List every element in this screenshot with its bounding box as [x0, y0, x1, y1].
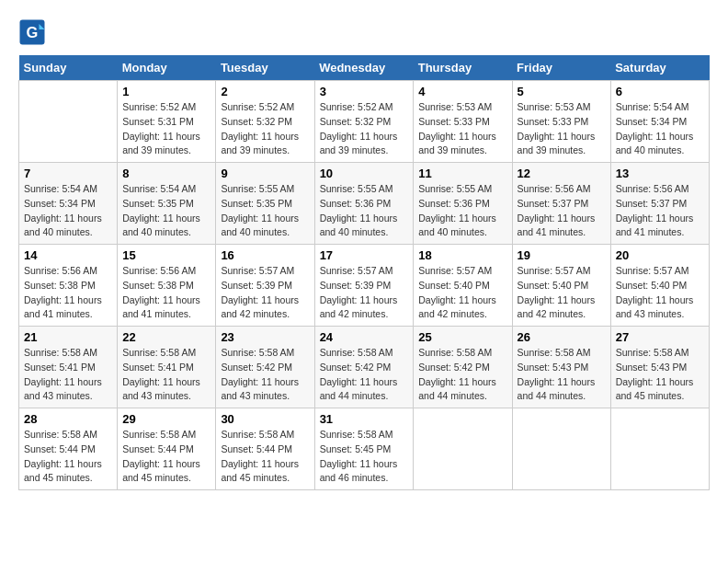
calendar-table: SundayMondayTuesdayWednesdayThursdayFrid…: [18, 55, 710, 490]
day-info: Sunrise: 5:54 AMSunset: 5:35 PMDaylight:…: [122, 182, 210, 240]
day-info: Sunrise: 5:58 AMSunset: 5:44 PMDaylight:…: [24, 428, 112, 486]
day-info: Sunrise: 5:53 AMSunset: 5:33 PMDaylight:…: [518, 100, 606, 158]
calendar-cell: 22Sunrise: 5:58 AMSunset: 5:41 PMDayligh…: [118, 327, 216, 408]
calendar-cell: 15Sunrise: 5:56 AMSunset: 5:38 PMDayligh…: [118, 245, 216, 327]
day-info: Sunrise: 5:58 AMSunset: 5:43 PMDaylight:…: [616, 346, 704, 404]
calendar-header-row: SundayMondayTuesdayWednesdayThursdayFrid…: [19, 55, 710, 81]
day-header-tuesday: Tuesday: [216, 55, 314, 81]
calendar-cell: 24Sunrise: 5:58 AMSunset: 5:42 PMDayligh…: [314, 327, 414, 408]
day-header-sunday: Sunday: [19, 55, 118, 81]
day-info: Sunrise: 5:54 AMSunset: 5:34 PMDaylight:…: [24, 182, 112, 240]
day-info: Sunrise: 5:56 AMSunset: 5:38 PMDaylight:…: [24, 264, 112, 322]
day-number: 27: [616, 330, 704, 344]
calendar-cell: 19Sunrise: 5:57 AMSunset: 5:40 PMDayligh…: [512, 245, 610, 327]
calendar-cell: 7Sunrise: 5:54 AMSunset: 5:34 PMDaylight…: [19, 163, 118, 245]
header: G: [18, 18, 710, 46]
day-number: 12: [518, 167, 606, 180]
calendar-cell: [414, 408, 512, 490]
day-info: Sunrise: 5:56 AMSunset: 5:38 PMDaylight:…: [122, 264, 210, 322]
calendar-cell: 30Sunrise: 5:58 AMSunset: 5:44 PMDayligh…: [216, 408, 314, 490]
day-info: Sunrise: 5:57 AMSunset: 5:40 PMDaylight:…: [418, 264, 506, 322]
calendar-cell: 12Sunrise: 5:56 AMSunset: 5:37 PMDayligh…: [512, 163, 610, 245]
day-number: 13: [616, 167, 704, 180]
day-number: 29: [122, 412, 210, 426]
day-number: 1: [122, 85, 210, 98]
calendar-body: 1Sunrise: 5:52 AMSunset: 5:31 PMDaylight…: [19, 81, 710, 490]
day-info: Sunrise: 5:57 AMSunset: 5:39 PMDaylight:…: [320, 264, 409, 322]
calendar-cell: 27Sunrise: 5:58 AMSunset: 5:43 PMDayligh…: [610, 327, 709, 408]
calendar-week-row: 1Sunrise: 5:52 AMSunset: 5:31 PMDaylight…: [19, 81, 710, 163]
calendar-cell: 2Sunrise: 5:52 AMSunset: 5:32 PMDaylight…: [216, 81, 314, 163]
calendar-cell: 17Sunrise: 5:57 AMSunset: 5:39 PMDayligh…: [314, 245, 414, 327]
day-info: Sunrise: 5:55 AMSunset: 5:35 PMDaylight:…: [221, 182, 309, 240]
day-info: Sunrise: 5:55 AMSunset: 5:36 PMDaylight:…: [418, 182, 506, 240]
calendar-cell: 6Sunrise: 5:54 AMSunset: 5:34 PMDaylight…: [610, 81, 709, 163]
day-info: Sunrise: 5:58 AMSunset: 5:41 PMDaylight:…: [24, 346, 112, 404]
day-number: 26: [518, 330, 606, 344]
calendar-cell: 3Sunrise: 5:52 AMSunset: 5:32 PMDaylight…: [314, 81, 414, 163]
day-info: Sunrise: 5:58 AMSunset: 5:45 PMDaylight:…: [320, 428, 409, 486]
day-number: 4: [418, 85, 506, 98]
day-header-friday: Friday: [512, 55, 610, 81]
day-info: Sunrise: 5:58 AMSunset: 5:42 PMDaylight:…: [221, 346, 309, 404]
calendar-cell: 4Sunrise: 5:53 AMSunset: 5:33 PMDaylight…: [414, 81, 512, 163]
day-info: Sunrise: 5:56 AMSunset: 5:37 PMDaylight:…: [518, 182, 606, 240]
calendar-cell: [19, 81, 118, 163]
day-number: 8: [122, 167, 210, 180]
day-info: Sunrise: 5:55 AMSunset: 5:36 PMDaylight:…: [320, 182, 409, 240]
calendar-cell: 11Sunrise: 5:55 AMSunset: 5:36 PMDayligh…: [414, 163, 512, 245]
calendar-cell: [610, 408, 709, 490]
calendar-cell: 26Sunrise: 5:58 AMSunset: 5:43 PMDayligh…: [512, 327, 610, 408]
calendar-cell: 20Sunrise: 5:57 AMSunset: 5:40 PMDayligh…: [610, 245, 709, 327]
svg-text:G: G: [27, 24, 39, 40]
day-number: 14: [24, 248, 112, 262]
day-number: 3: [320, 85, 409, 98]
day-info: Sunrise: 5:54 AMSunset: 5:34 PMDaylight:…: [616, 100, 704, 158]
day-info: Sunrise: 5:57 AMSunset: 5:40 PMDaylight:…: [616, 264, 704, 322]
day-info: Sunrise: 5:58 AMSunset: 5:41 PMDaylight:…: [122, 346, 210, 404]
day-number: 15: [122, 248, 210, 262]
day-number: 17: [320, 248, 409, 262]
day-number: 11: [418, 167, 506, 180]
calendar-cell: 5Sunrise: 5:53 AMSunset: 5:33 PMDaylight…: [512, 81, 610, 163]
calendar-cell: 29Sunrise: 5:58 AMSunset: 5:44 PMDayligh…: [118, 408, 216, 490]
calendar-cell: 10Sunrise: 5:55 AMSunset: 5:36 PMDayligh…: [314, 163, 414, 245]
calendar-cell: [512, 408, 610, 490]
day-info: Sunrise: 5:52 AMSunset: 5:32 PMDaylight:…: [320, 100, 409, 158]
calendar-cell: 18Sunrise: 5:57 AMSunset: 5:40 PMDayligh…: [414, 245, 512, 327]
day-header-wednesday: Wednesday: [314, 55, 414, 81]
day-number: 30: [221, 412, 309, 426]
day-number: 6: [616, 85, 704, 98]
day-number: 28: [24, 412, 112, 426]
day-number: 18: [418, 248, 506, 262]
day-info: Sunrise: 5:56 AMSunset: 5:37 PMDaylight:…: [616, 182, 704, 240]
calendar-cell: 14Sunrise: 5:56 AMSunset: 5:38 PMDayligh…: [19, 245, 118, 327]
day-number: 5: [518, 85, 606, 98]
calendar-cell: 9Sunrise: 5:55 AMSunset: 5:35 PMDaylight…: [216, 163, 314, 245]
logo-icon: G: [18, 18, 46, 46]
day-number: 2: [221, 85, 309, 98]
day-number: 21: [24, 330, 112, 344]
calendar-cell: 8Sunrise: 5:54 AMSunset: 5:35 PMDaylight…: [118, 163, 216, 245]
calendar-cell: 21Sunrise: 5:58 AMSunset: 5:41 PMDayligh…: [19, 327, 118, 408]
day-number: 24: [320, 330, 409, 344]
day-number: 22: [122, 330, 210, 344]
day-number: 7: [24, 167, 112, 180]
day-info: Sunrise: 5:58 AMSunset: 5:42 PMDaylight:…: [418, 346, 506, 404]
calendar-week-row: 14Sunrise: 5:56 AMSunset: 5:38 PMDayligh…: [19, 245, 710, 327]
logo: G: [18, 18, 50, 46]
day-header-thursday: Thursday: [414, 55, 512, 81]
calendar-week-row: 28Sunrise: 5:58 AMSunset: 5:44 PMDayligh…: [19, 408, 710, 490]
calendar-cell: 13Sunrise: 5:56 AMSunset: 5:37 PMDayligh…: [610, 163, 709, 245]
day-info: Sunrise: 5:58 AMSunset: 5:42 PMDaylight:…: [320, 346, 409, 404]
day-info: Sunrise: 5:52 AMSunset: 5:32 PMDaylight:…: [221, 100, 309, 158]
calendar-cell: 25Sunrise: 5:58 AMSunset: 5:42 PMDayligh…: [414, 327, 512, 408]
calendar-cell: 1Sunrise: 5:52 AMSunset: 5:31 PMDaylight…: [118, 81, 216, 163]
day-header-monday: Monday: [118, 55, 216, 81]
calendar-week-row: 7Sunrise: 5:54 AMSunset: 5:34 PMDaylight…: [19, 163, 710, 245]
day-info: Sunrise: 5:52 AMSunset: 5:31 PMDaylight:…: [122, 100, 210, 158]
calendar-cell: 16Sunrise: 5:57 AMSunset: 5:39 PMDayligh…: [216, 245, 314, 327]
calendar-cell: 28Sunrise: 5:58 AMSunset: 5:44 PMDayligh…: [19, 408, 118, 490]
calendar-week-row: 21Sunrise: 5:58 AMSunset: 5:41 PMDayligh…: [19, 327, 710, 408]
day-info: Sunrise: 5:58 AMSunset: 5:44 PMDaylight:…: [221, 428, 309, 486]
